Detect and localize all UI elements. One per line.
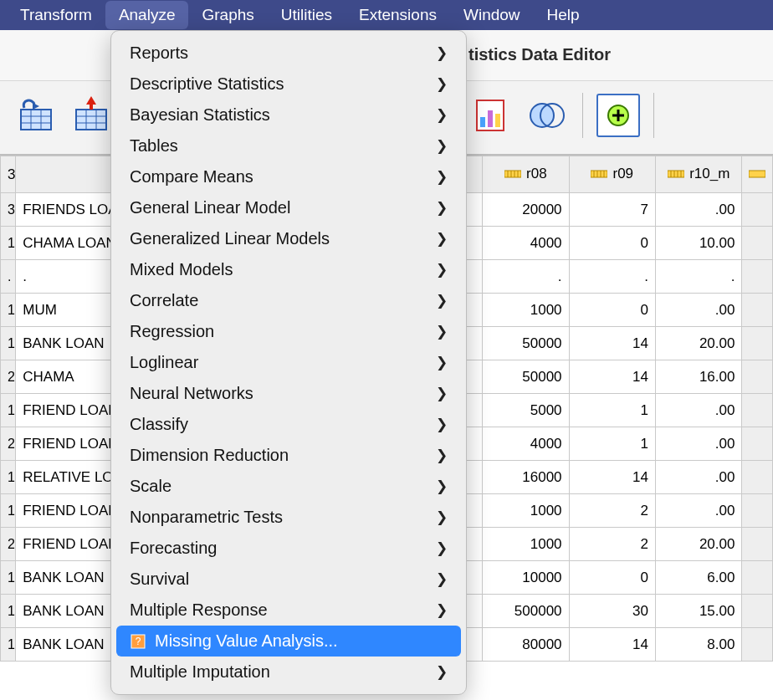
row-number-cell[interactable]: 2 bbox=[1, 528, 16, 561]
menu-item-descriptive-statistics[interactable]: Descriptive Statistics❯ bbox=[111, 69, 466, 100]
menu-help[interactable]: Help bbox=[534, 1, 593, 29]
cell-r08[interactable]: 50000 bbox=[483, 360, 569, 394]
name-cell[interactable]: CHAMA bbox=[16, 360, 118, 394]
cell-r08[interactable]: 20000 bbox=[483, 193, 569, 227]
menu-item-neural-networks[interactable]: Neural Networks❯ bbox=[111, 378, 466, 409]
target-add-icon[interactable] bbox=[596, 94, 640, 137]
menu-extensions[interactable]: Extensions bbox=[346, 1, 450, 29]
row-number-cell[interactable]: 1 bbox=[1, 461, 16, 494]
name-cell[interactable]: FRIEND LOAN bbox=[16, 528, 118, 561]
col-r09[interactable]: r09 bbox=[569, 156, 655, 193]
menu-transform[interactable]: Transform bbox=[7, 1, 105, 29]
cell-r09[interactable]: 2 bbox=[569, 494, 655, 528]
row-number-cell[interactable]: 1 bbox=[1, 227, 16, 260]
cell-r10m[interactable]: .00 bbox=[656, 494, 742, 528]
row-number-cell[interactable]: 1 bbox=[1, 394, 16, 427]
cell-r10m[interactable]: 20.00 bbox=[656, 327, 742, 360]
open-data-icon[interactable] bbox=[15, 93, 59, 136]
cell-r08[interactable]: 4000 bbox=[483, 227, 569, 260]
cell-r10m[interactable]: 6.00 bbox=[656, 561, 742, 595]
cell-r10m[interactable]: 10.00 bbox=[656, 227, 742, 260]
cell-r09[interactable]: 0 bbox=[569, 561, 655, 595]
menu-item-multiple-imputation[interactable]: Multiple Imputation❯ bbox=[111, 657, 466, 687]
name-cell[interactable]: FRIEND LOAN bbox=[16, 394, 118, 427]
cell-r08[interactable]: 80000 bbox=[483, 628, 569, 662]
menu-item-loglinear[interactable]: Loglinear❯ bbox=[111, 347, 466, 378]
menu-utilities[interactable]: Utilities bbox=[268, 1, 346, 29]
cell-r09[interactable]: 2 bbox=[569, 528, 655, 561]
cell-r08[interactable]: 500000 bbox=[483, 595, 569, 628]
cell-r09[interactable]: 7 bbox=[569, 193, 655, 227]
col-extra[interactable] bbox=[742, 156, 773, 193]
menu-item-missing-value-analysis[interactable]: ?Missing Value Analysis... bbox=[116, 626, 461, 657]
menu-item-forecasting[interactable]: Forecasting❯ bbox=[111, 533, 466, 564]
col-r08[interactable]: r08 bbox=[483, 156, 569, 193]
cell-r09[interactable]: 14 bbox=[569, 360, 655, 394]
menu-item-compare-means[interactable]: Compare Means❯ bbox=[111, 161, 466, 192]
cell-r08[interactable]: 1000 bbox=[483, 494, 569, 528]
cell-r08[interactable]: 4000 bbox=[483, 427, 569, 461]
name-cell[interactable]: RELATIVE LOAN bbox=[16, 461, 118, 494]
cell-r10m[interactable]: 20.00 bbox=[656, 528, 742, 561]
cell-r09[interactable]: 0 bbox=[569, 227, 655, 260]
cell-r08[interactable]: 1000 bbox=[483, 294, 569, 327]
name-cell[interactable]: BANK LOAN bbox=[16, 595, 118, 628]
menu-item-correlate[interactable]: Correlate❯ bbox=[111, 285, 466, 316]
row-number-cell[interactable]: 3 bbox=[1, 193, 16, 227]
menu-analyze[interactable]: Analyze bbox=[105, 1, 189, 29]
menu-item-multiple-response[interactable]: Multiple Response❯ bbox=[111, 595, 466, 626]
cell-r08[interactable]: 16000 bbox=[483, 461, 569, 494]
menu-item-reports[interactable]: Reports❯ bbox=[111, 38, 466, 69]
analyze-dropdown[interactable]: Reports❯Descriptive Statistics❯Bayesian … bbox=[110, 30, 467, 695]
row-number-cell[interactable]: 1 bbox=[1, 628, 16, 662]
rownum-header[interactable]: 3 bbox=[1, 156, 16, 193]
cell-r09[interactable]: . bbox=[569, 260, 655, 294]
chart-icon[interactable] bbox=[468, 94, 512, 137]
hidden-header[interactable] bbox=[16, 156, 118, 193]
menu-window[interactable]: Window bbox=[450, 1, 534, 29]
cell-r10m[interactable]: .00 bbox=[656, 193, 742, 227]
menu-item-classify[interactable]: Classify❯ bbox=[111, 409, 466, 440]
cell-r09[interactable]: 14 bbox=[569, 461, 655, 494]
cell-r09[interactable]: 1 bbox=[569, 427, 655, 461]
cell-r08[interactable]: . bbox=[483, 260, 569, 294]
cell-r08[interactable]: 1000 bbox=[483, 528, 569, 561]
row-number-cell[interactable]: 1 bbox=[1, 595, 16, 628]
cell-r08[interactable]: 10000 bbox=[483, 561, 569, 595]
menu-item-survival[interactable]: Survival❯ bbox=[111, 564, 466, 595]
name-cell[interactable]: FRIEND LOAN bbox=[16, 427, 118, 461]
row-number-cell[interactable]: 1 bbox=[1, 327, 16, 360]
cell-r09[interactable]: 14 bbox=[569, 327, 655, 360]
name-cell[interactable]: MUM bbox=[16, 294, 118, 327]
name-cell[interactable]: FRIENDS LOAN bbox=[16, 193, 118, 227]
cell-r08[interactable]: 5000 bbox=[483, 394, 569, 427]
menu-item-nonparametric-tests[interactable]: Nonparametric Tests❯ bbox=[111, 502, 466, 533]
menu-item-general-linear-model[interactable]: General Linear Model❯ bbox=[111, 192, 466, 223]
row-number-cell[interactable]: 1 bbox=[1, 561, 16, 595]
name-cell[interactable]: BANK LOAN bbox=[16, 561, 118, 595]
cell-r08[interactable]: 50000 bbox=[483, 327, 569, 360]
cell-r10m[interactable]: . bbox=[656, 260, 742, 294]
cell-r10m[interactable]: 15.00 bbox=[656, 595, 742, 628]
name-cell[interactable]: . bbox=[16, 260, 118, 294]
cell-r09[interactable]: 30 bbox=[569, 595, 655, 628]
cell-r10m[interactable]: .00 bbox=[656, 394, 742, 427]
name-cell[interactable]: BANK LOAN bbox=[16, 327, 118, 360]
cell-r09[interactable]: 1 bbox=[569, 394, 655, 427]
name-cell[interactable]: CHAMA LOAN bbox=[16, 227, 118, 260]
row-number-cell[interactable]: . bbox=[1, 260, 16, 294]
name-cell[interactable]: BANK LOAN bbox=[16, 628, 118, 662]
menu-item-bayesian-statistics[interactable]: Bayesian Statistics❯ bbox=[111, 100, 466, 130]
menu-item-dimension-reduction[interactable]: Dimension Reduction❯ bbox=[111, 440, 466, 471]
save-data-icon[interactable] bbox=[70, 93, 114, 136]
menu-item-regression[interactable]: Regression❯ bbox=[111, 316, 466, 347]
row-number-cell[interactable]: 2 bbox=[1, 360, 16, 394]
row-number-cell[interactable]: 1 bbox=[1, 294, 16, 327]
menu-item-generalized-linear-models[interactable]: Generalized Linear Models❯ bbox=[111, 223, 466, 254]
cell-r10m[interactable]: .00 bbox=[656, 427, 742, 461]
menu-item-tables[interactable]: Tables❯ bbox=[111, 130, 466, 161]
cell-r10m[interactable]: 16.00 bbox=[656, 360, 742, 394]
menu-item-scale[interactable]: Scale❯ bbox=[111, 471, 466, 502]
row-number-cell[interactable]: 1 bbox=[1, 494, 16, 528]
cell-r10m[interactable]: .00 bbox=[656, 461, 742, 494]
